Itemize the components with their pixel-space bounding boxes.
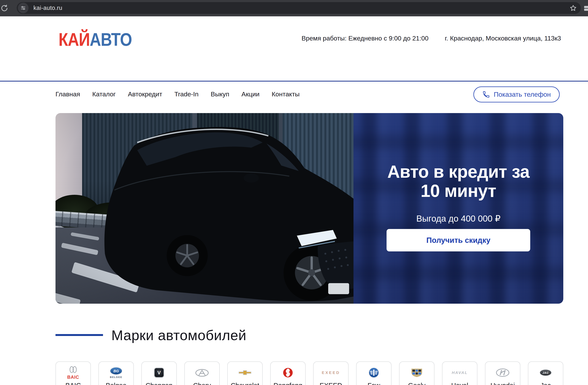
brand-card-chevrolet[interactable]: Chevrolet [227,362,263,385]
brands-row: BAIC BAIC BG BELGEE Belgee V Changan [56,362,563,385]
brand-card-chery[interactable]: Chery [184,362,220,385]
brand-name: Faw [368,382,380,385]
brand-name: Chevrolet [231,382,259,385]
brand-card-changan[interactable]: V Changan [141,362,177,385]
haval-logo-text: HAVAL [452,370,468,375]
photo-vignette [56,113,354,304]
logo-part-blue: АВТО [90,29,132,50]
belgee-logo-text: BELGEE [110,376,122,379]
hero-banner: Авто в кредит за 10 минут Выгода до 400 … [56,113,563,304]
brand-name: Chery [193,382,211,385]
star-icon[interactable] [569,4,577,12]
phone-icon [482,91,490,98]
brand-name: Haval [451,382,468,385]
get-discount-button[interactable]: Получить скидку [387,229,530,251]
panel-backdrop [354,113,563,304]
nav-item[interactable]: Главная [56,90,80,98]
chevrolet-logo-icon [238,364,252,381]
working-hours: Время работы: Ежедневно с 9:00 до 21:00 [302,35,429,42]
belgee-badge-text: BG [113,369,119,373]
side-panel-icon[interactable] [583,4,588,13]
brand-name: Belgee [106,382,126,385]
exeed-logo-icon: EXEED [322,364,340,381]
hero-subtitle: Выгода до 400 000 ₽ [354,214,563,224]
main-nav: ГлавнаяКаталогАвтокредитTrade-InВыкупАкц… [56,90,299,98]
hero-image [56,113,354,304]
brand-card-baic[interactable]: BAIC BAIC [56,362,91,385]
brand-name: Jac [541,382,551,385]
nav-item[interactable]: Каталог [92,90,116,98]
faw-logo-icon [368,364,379,381]
exeed-logo-text: EXEED [322,370,340,375]
section-accent-line [56,334,103,336]
hero-title-line1: Авто в кредит за [354,162,563,181]
page: kai-auto.ru КАЙАВТО Время работы: Ежедне… [0,0,588,385]
brand-name: Geely [408,382,425,385]
hero-title: Авто в кредит за 10 минут [354,162,563,200]
brand-card-exeed[interactable]: EXEED EXEED [313,362,349,385]
brand-name: BAIC [65,382,81,385]
changan-badge-text: V [157,370,161,376]
chery-logo-icon [195,364,209,381]
jac-logo-text: JAC [542,371,549,374]
baic-logo-text: BAIC [67,375,79,380]
geely-logo-icon [411,364,423,381]
brand-card-jac[interactable]: JAC Jac [528,362,563,385]
brand-card-hyundai[interactable]: Hyundai [485,362,520,385]
dongfeng-logo-icon [283,364,293,381]
show-phone-label: Показать телефон [494,91,551,98]
hyundai-logo-icon [496,364,510,381]
haval-logo-icon: HAVAL [452,364,468,381]
brand-name: Hyundai [490,382,515,385]
site-logo[interactable]: КАЙАВТО [59,29,132,50]
belgee-logo-icon: BG BELGEE [110,364,122,381]
baic-logo-icon: BAIC [67,364,79,381]
nav-item[interactable]: Акции [242,90,260,98]
brand-card-dongfeng[interactable]: Dongfeng [270,362,306,385]
brand-card-faw[interactable]: Faw [356,362,392,385]
brand-card-haval[interactable]: HAVAL Haval [442,362,477,385]
brand-name: Dongfeng [273,382,302,385]
browser-topbar: kai-auto.ru [0,0,588,16]
address-text: г. Краснодар, Московская улица, 113к3 [445,35,561,42]
header-divider [0,81,588,82]
site-settings-icon[interactable] [18,3,28,13]
reload-icon[interactable] [0,4,8,12]
nav-item[interactable]: Автокредит [128,90,162,98]
jac-logo-icon: JAC [540,364,552,381]
header-info: Время работы: Ежедневно с 9:00 до 21:00 … [302,35,561,42]
nav-item[interactable]: Trade-In [174,90,198,98]
brand-card-geely[interactable]: Geely [399,362,434,385]
nav-item[interactable]: Контакты [272,90,300,98]
show-phone-button[interactable]: Показать телефон [473,86,560,102]
changan-logo-icon: V [154,364,164,381]
hero-title-line2: 10 минут [354,181,563,200]
brand-name: EXEED [320,382,342,385]
hero-promo-panel: Авто в кредит за 10 минут Выгода до 400 … [354,113,563,304]
address-bar[interactable]: kai-auto.ru [17,2,581,14]
brand-name: Changan [146,382,172,385]
logo-part-red: КАЙ [59,29,90,50]
nav-item[interactable]: Выкуп [211,90,229,98]
brand-card-belgee[interactable]: BG BELGEE Belgee [98,362,134,385]
url-text[interactable]: kai-auto.ru [33,4,62,11]
brands-section-title: Марки автомобилей [111,327,247,343]
